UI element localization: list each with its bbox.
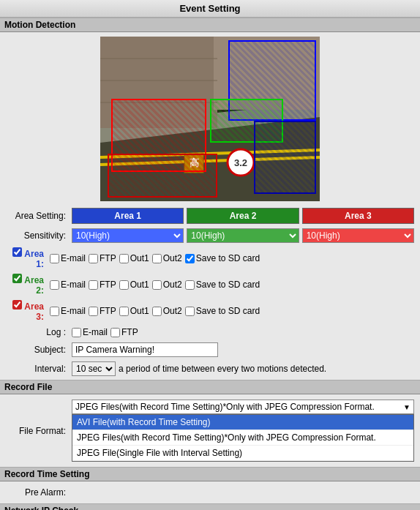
area3-save-sd-label[interactable]: Save to SD card (185, 306, 260, 316)
area2-out2-checkbox[interactable] (152, 280, 162, 290)
area2-save-sd-checkbox[interactable] (185, 280, 195, 290)
area3-label: Area 3: (6, 300, 50, 322)
file-format-display[interactable]: JPEG Files(with Record Time Setting)*Onl… (72, 400, 414, 414)
area2-ftp-checkbox[interactable] (89, 280, 98, 290)
area-setting-label: Area Setting: (6, 211, 72, 221)
log-ftp-checkbox[interactable] (110, 328, 120, 337)
page-title: Event Setting (179, 3, 240, 14)
area3-out1-checkbox[interactable] (119, 307, 129, 316)
interval-select[interactable]: 10 sec 30 sec 1 min 5 min (72, 361, 116, 376)
area1-label: Area 1: (6, 247, 50, 269)
area2-row: Area 2: E-mail FTP Out1 Out2 Save to SD … (6, 271, 414, 298)
area2-options: E-mail FTP Out1 Out2 Save to SD card (50, 280, 414, 290)
sensitivity-area3-select[interactable]: 10(High) (302, 228, 414, 243)
format-option-2[interactable]: JPEG Files(with Record Time Setting)*Onl… (72, 430, 413, 446)
area3-email-checkbox[interactable] (50, 307, 59, 316)
area1-out2-label[interactable]: Out2 (152, 253, 182, 263)
area2-out1-checkbox[interactable] (119, 280, 129, 290)
subject-row: Subject: IP Camera Warning! (6, 340, 414, 359)
log-label: Log : (6, 327, 72, 337)
log-row: Log : E-mail FTP (6, 324, 414, 340)
area1-out2-checkbox[interactable] (152, 254, 162, 263)
format-option-1[interactable]: AVI File(with Record Time Setting) (72, 415, 413, 430)
sensitivity-row: Sensitivity: 10(High) 10(High) 10(High) (6, 226, 414, 245)
road-scene: 3.2 高 (100, 37, 320, 201)
area2-label: Area 2: (6, 274, 50, 296)
area2-email-checkbox[interactable] (50, 280, 59, 290)
area1-save-sd-label[interactable]: Save to SD card (185, 253, 260, 263)
subject-input[interactable]: IP Camera Warning! (72, 342, 218, 357)
area1-options: E-mail FTP Out1 Out2 Save to SD card (50, 253, 414, 263)
area1-email-checkbox[interactable] (50, 254, 59, 263)
file-format-value: JPEG Files(with Record Time Setting)*Onl… (75, 402, 403, 412)
svg-text:3.2: 3.2 (234, 157, 247, 168)
area3-options: E-mail FTP Out1 Out2 Save to SD card (50, 306, 414, 316)
area3-out1-label[interactable]: Out1 (119, 306, 149, 316)
section-network-ip: Network IP Check (0, 503, 420, 510)
area-setting-row: Area Setting: Area 1 Area 2 Area 3 (6, 206, 414, 226)
format-option-3[interactable]: JPEG File(Single File with Interval Sett… (72, 446, 413, 461)
zone-red2 (108, 154, 217, 198)
subject-label: Subject: (6, 345, 72, 355)
area1-email-label[interactable]: E-mail (50, 253, 86, 263)
title-bar: Event Setting (0, 0, 420, 18)
section-record-time: Record Time Setting (0, 467, 420, 481)
section-motion-detection: Motion Detection (0, 18, 420, 32)
interval-row: Interval: 10 sec 30 sec 1 min 5 min a pe… (6, 359, 414, 378)
area1-checkbox[interactable] (12, 247, 22, 257)
area2-save-sd-label[interactable]: Save to SD card (185, 280, 260, 290)
sensitivity-label: Sensitivity: (6, 230, 72, 241)
sensitivity-area1-select[interactable]: 10(High) (72, 228, 184, 243)
camera-preview: 3.2 高 (100, 37, 320, 201)
area1-out1-label[interactable]: Out1 (119, 253, 149, 263)
area1-save-sd-checkbox[interactable] (185, 254, 195, 263)
section-record-file: Record File (0, 380, 420, 394)
file-format-dropdown-container: JPEG Files(with Record Time Setting)*Onl… (72, 400, 414, 462)
area3-button[interactable]: Area 3 (302, 208, 414, 224)
area2-button[interactable]: Area 2 (187, 208, 299, 224)
log-ftp-label[interactable]: FTP (110, 327, 138, 337)
area3-checkbox[interactable] (12, 300, 22, 310)
area1-ftp-checkbox[interactable] (89, 254, 98, 263)
zone-blue2 (254, 121, 316, 194)
area2-ftp-label[interactable]: FTP (89, 280, 116, 290)
interval-label: Interval: (6, 364, 72, 374)
file-format-dropdown-list[interactable]: AVI File(with Record Time Setting) JPEG … (72, 414, 414, 462)
area3-email-label[interactable]: E-mail (50, 306, 86, 316)
area3-out2-label[interactable]: Out2 (152, 306, 182, 316)
area3-row: Area 3: E-mail FTP Out1 Out2 Save to SD … (6, 298, 414, 324)
area1-out1-checkbox[interactable] (119, 254, 129, 263)
area3-ftp-checkbox[interactable] (89, 307, 98, 316)
sensitivity-area2-select[interactable]: 10(High) (187, 228, 299, 243)
area2-out1-label[interactable]: Out1 (119, 280, 149, 290)
area1-button[interactable]: Area 1 (72, 208, 184, 224)
area2-email-label[interactable]: E-mail (50, 280, 86, 290)
area1-row: Area 1: E-mail FTP Out1 Out2 Save to SD … (6, 245, 414, 271)
area1-ftp-label[interactable]: FTP (89, 253, 116, 263)
area3-save-sd-checkbox[interactable] (185, 307, 195, 316)
interval-note: a period of time between every two motio… (119, 364, 326, 374)
file-format-row: File Format: JPEG Files(with Record Time… (6, 397, 414, 464)
area3-out2-checkbox[interactable] (152, 307, 162, 316)
pre-alarm-row: Pre Alarm: (6, 484, 414, 500)
pre-alarm-label: Pre Alarm: (6, 487, 72, 498)
log-email-label[interactable]: E-mail (72, 327, 108, 337)
dropdown-arrow-icon: ▼ (403, 403, 410, 411)
log-email-checkbox[interactable] (72, 328, 81, 337)
area-buttons: Area 1 Area 2 Area 3 (72, 208, 414, 224)
sensitivity-selects: 10(High) 10(High) 10(High) (72, 228, 414, 243)
area2-out2-label[interactable]: Out2 (152, 280, 182, 290)
file-format-label: File Format: (6, 426, 72, 436)
area3-ftp-label[interactable]: FTP (89, 306, 116, 316)
log-options: E-mail FTP (72, 327, 414, 337)
area2-checkbox[interactable] (12, 274, 22, 283)
